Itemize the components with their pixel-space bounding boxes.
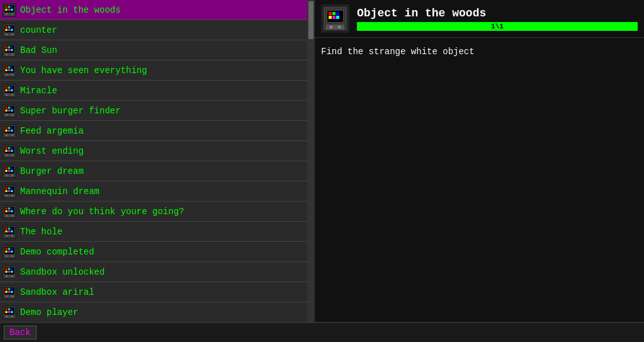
svg-rect-40 [8,66,10,68]
game-icon [3,23,16,37]
svg-rect-76 [8,127,10,128]
detail-icon [321,4,349,33]
svg-rect-23 [11,33,13,35]
game-icon [3,205,16,219]
svg-rect-28 [8,46,10,48]
svg-rect-53 [11,86,13,88]
svg-rect-34 [6,54,8,55]
svg-rect-128 [11,210,13,212]
list-item-super-burger-finder[interactable]: Super burger finder [0,101,307,121]
svg-rect-92 [11,149,13,151]
list-item-you-have-seen-everything[interactable]: You have seen everything [0,60,307,81]
svg-rect-106 [6,174,8,176]
right-panel: Object in the woods 1\1 Find the strange… [315,0,644,322]
svg-rect-143 [11,235,13,236]
list-item-label: Sandbox unlocked [20,267,105,277]
svg-rect-80 [11,129,13,131]
svg-rect-71 [11,114,13,115]
svg-rect-159 [5,268,7,270]
svg-rect-47 [11,74,13,75]
svg-rect-197 [332,12,336,15]
list-item-where-do-you-think[interactable]: Where do you think youre going? [0,202,307,222]
svg-rect-99 [5,167,7,169]
svg-rect-82 [6,134,8,135]
svg-rect-125 [11,207,13,209]
list-item-demo-player[interactable]: Demo player [0,302,307,322]
svg-rect-198 [336,12,339,15]
svg-rect-10 [6,13,8,14]
list-item-label: Burger dream [20,166,84,176]
svg-rect-174 [5,290,7,292]
svg-rect-124 [8,207,10,209]
svg-rect-15 [5,26,7,28]
svg-rect-200 [332,16,336,19]
list-item-sandbox-unlocked[interactable]: Sandbox unlocked [0,262,307,282]
svg-rect-104 [11,169,13,171]
scrollbar[interactable] [307,0,315,322]
svg-rect-126 [5,210,7,212]
svg-rect-5 [11,6,13,8]
list-item-the-hole[interactable]: The hole [0,222,307,242]
svg-rect-184 [8,308,10,310]
svg-rect-199 [329,16,332,19]
list-item-mannequin-dream[interactable]: Mannequin dream [0,181,307,202]
game-icon [3,265,16,279]
svg-rect-19 [8,28,10,30]
svg-rect-79 [8,129,10,131]
svg-rect-136 [8,227,10,229]
list-item-burger-dream[interactable]: Burger dream [0,161,307,181]
back-button[interactable]: Back [4,326,37,339]
svg-rect-204 [338,26,341,28]
progress-bar-text: 1\1 [357,22,638,31]
svg-rect-114 [5,190,7,191]
svg-rect-172 [8,288,10,290]
svg-rect-94 [6,154,8,156]
svg-rect-190 [6,316,8,317]
game-icon [3,84,16,98]
scrollbar-thumb[interactable] [308,1,314,39]
svg-rect-131 [11,215,13,216]
svg-rect-42 [5,69,7,71]
svg-rect-64 [8,106,10,108]
list-item-label: Worst ending [20,146,84,156]
svg-rect-142 [6,235,8,236]
svg-rect-83 [11,134,13,135]
svg-rect-7 [8,8,10,10]
detail-description: Find the strange white object [315,38,644,66]
list-item-worst-ending[interactable]: Worst ending [0,141,307,161]
list-item-miracle[interactable]: Miracle [0,81,307,101]
svg-rect-138 [5,230,7,232]
svg-rect-17 [11,26,13,28]
svg-rect-20 [11,28,13,30]
list-item-label: Where do you think youre going? [20,207,184,217]
list-item-demo-completed[interactable]: Demo completed [0,242,307,262]
svg-rect-95 [11,154,13,156]
main-container: Object in the woods counter [0,0,644,322]
svg-rect-88 [8,147,10,149]
svg-rect-113 [11,187,13,189]
svg-rect-175 [8,290,10,292]
left-panel: Object in the woods counter [0,0,315,322]
list-item-bad-sun[interactable]: Bad Sun [0,40,307,60]
svg-rect-139 [8,230,10,232]
svg-rect-90 [5,149,7,151]
list-item-counter[interactable]: counter [0,20,307,40]
svg-rect-173 [11,288,13,290]
svg-rect-46 [6,74,8,75]
svg-rect-78 [5,129,7,131]
svg-rect-196 [329,12,332,15]
svg-rect-32 [11,48,13,50]
svg-rect-162 [5,270,7,272]
svg-rect-178 [6,295,8,297]
list-item-sandbox-ariral[interactable]: Sandbox ariral [0,282,307,302]
list-item-feed-argemia[interactable]: Feed argemia [0,121,307,141]
detail-title-area: Object in the woods 1\1 [357,7,638,31]
list-item-label: Bad Sun [20,45,57,55]
svg-rect-100 [8,167,10,169]
svg-rect-6 [5,8,7,10]
game-icon [3,225,16,239]
list-item-label: Miracle [20,86,57,96]
svg-rect-150 [5,250,7,252]
svg-rect-91 [8,149,10,151]
list-item-object-in-the-woods[interactable]: Object in the woods [0,0,307,20]
